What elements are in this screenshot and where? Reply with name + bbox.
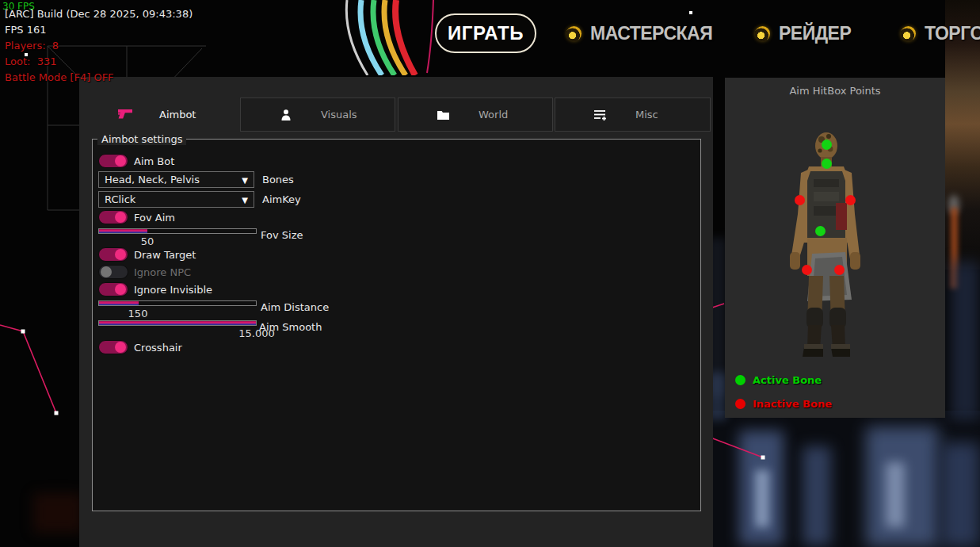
bottom-left-tint [33,493,82,533]
hitbox-point-pelvis[interactable] [815,226,826,236]
cheat-menu-panel: Aimbot Visuals World Misc Aimbot setting… [79,77,713,547]
nav-item-trader[interactable]: ТОРГО [901,24,980,43]
hitbox-point-head[interactable] [822,140,832,150]
tab-misc[interactable]: Misc [555,98,711,132]
monument-highlight [755,470,769,527]
aim-smooth-slider[interactable] [98,320,257,326]
bones-label: Bones [262,174,294,186]
ignore-invisible-toggle[interactable] [98,282,128,296]
aimkey-label: AimKey [262,193,301,205]
tab-label: Visuals [321,109,357,120]
draw-target-toggle[interactable] [98,247,128,262]
fps-readout: FPS 161 [5,24,47,36]
nav-item-label: МАСТЕРСКАЯ [590,23,712,44]
fov-size-value: 50 [141,235,154,247]
coin-icon [901,26,916,41]
monument-highlight [886,462,905,527]
esp-vertical-line [427,0,433,73]
fov-size-label: Fov Size [261,229,303,241]
ignore-npc-label: Ignore NPC [134,266,191,278]
sliders-icon [593,108,607,121]
coin-icon [755,26,770,41]
person-icon [279,108,292,121]
slider-fill [99,229,147,233]
nav-item-label: РЕЙДЕР [779,23,851,44]
players-counter: Players: 8 [5,40,59,52]
dropdown-arrow-icon: ▼ [242,193,248,208]
ignore-npc-toggle[interactable] [98,265,128,279]
slider-fill [99,301,139,305]
hitbox-point-left-shoulder[interactable] [795,195,805,205]
background-orange-streak [951,208,958,289]
battle-mode-status: Battle Mode [F4] OFF [5,71,114,83]
bones-dropdown[interactable]: Head, Neck, Pelvis ▼ [98,171,254,188]
fov-aim-toggle[interactable] [98,210,128,224]
play-button[interactable]: ИГРАТЬ [435,13,536,53]
tab-visuals[interactable]: Visuals [240,98,395,132]
legend-label: Inactive Bone [753,398,832,410]
tab-label: Misc [635,109,658,120]
group-title: Aimbot settings [97,133,186,145]
nav-item-raider[interactable]: РЕЙДЕР [755,24,851,43]
monument-shape [739,430,784,545]
aim-bot-label: Aim Bot [134,155,174,167]
aim-distance-slider[interactable] [98,300,257,306]
crosshair-toggle[interactable] [98,340,128,354]
aim-smooth-value: 15.000 [238,327,275,339]
background-gray-glow [948,195,959,214]
aimbot-settings-group: Aimbot settings Aim Bot Head, Neck, Pelv… [92,139,701,511]
aim-distance-value: 150 [128,308,148,319]
folder-icon [437,108,450,121]
tab-label: Aimbot [159,109,196,120]
build-info: [ARC] Build (Dec 28 2025, 09:43:38) [5,8,193,20]
monument-shape [941,442,980,547]
nav-item-workshop[interactable]: МАСТЕРСКАЯ [566,24,712,43]
dropdown-arrow-icon: ▼ [242,173,248,188]
legend-inactive-bone: Inactive Bone [735,398,832,410]
hitbox-point-right-thigh[interactable] [834,265,845,275]
aim-bot-toggle[interactable] [98,154,128,168]
fov-aim-label: Fov Aim [134,212,175,224]
hitbox-panel: Aim HitBox Points [725,78,945,418]
background-monument [711,411,980,547]
tab-world[interactable]: World [398,98,553,132]
hitbox-point-left-thigh[interactable] [802,265,812,275]
nav-item-label: ТОРГО [925,23,980,44]
hitbox-point-right-shoulder[interactable] [845,195,856,205]
slider-fill [99,321,256,325]
game-screen: 30 FPS [ARC] Build (Dec 28 2025, 09:43:3… [0,0,980,547]
inactive-bone-dot [735,399,745,409]
tab-label: World [479,109,508,120]
esp-node [21,330,25,334]
fov-size-slider[interactable] [98,228,257,234]
pistol-icon [117,107,133,123]
rainbow-art [336,0,443,75]
esp-node [761,456,765,460]
esp-tracer-line [0,325,56,413]
loot-counter: Loot: 331 [5,55,56,67]
esp-node [689,11,692,14]
monument-shape [803,446,831,545]
legend-active-bone: Active Bone [735,374,822,386]
legend-label: Active Bone [753,374,822,386]
aimkey-dropdown-value: RClick [105,193,135,205]
aimkey-dropdown[interactable]: RClick ▼ [98,191,254,208]
tab-aimbot[interactable]: Aimbot [79,98,240,132]
hitbox-points-layer [725,78,945,418]
ignore-invisible-label: Ignore Invisible [134,284,212,296]
coin-icon [566,26,582,41]
monument-shape [866,427,939,547]
esp-tracer-line [711,438,763,457]
crosshair-label: Crosshair [134,342,182,354]
aim-distance-label: Aim Distance [261,301,329,313]
active-bone-dot [735,375,745,385]
monument-shape [950,262,980,420]
esp-node [55,411,59,415]
hitbox-point-neck[interactable] [822,159,832,169]
bones-dropdown-value: Head, Neck, Pelvis [105,174,200,186]
draw-target-label: Draw Target [134,249,196,261]
